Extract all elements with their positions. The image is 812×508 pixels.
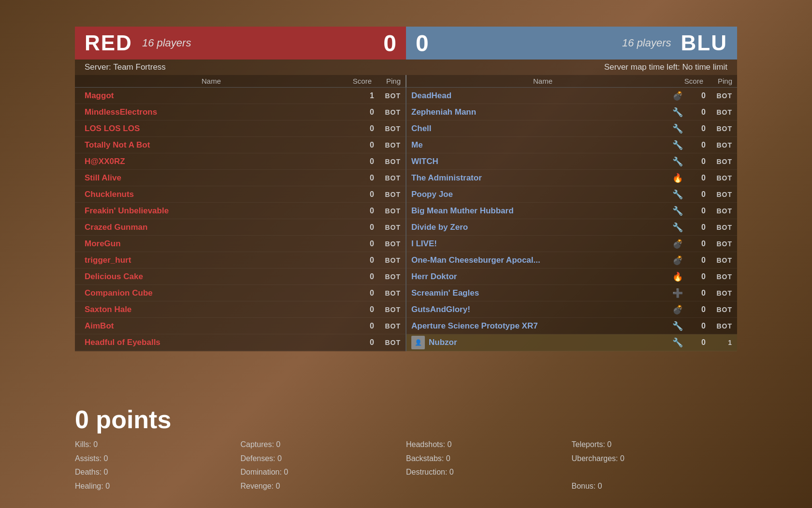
blu-player-score: 0 [686,338,706,347]
blu-player-name: Aperture Science Prototype XR7 [411,321,671,331]
red-player-score: 0 [355,141,374,149]
blu-player-score: 0 [686,124,706,133]
blu-player-ping: BOT [706,306,732,314]
red-player-ping: BOT [374,92,401,100]
red-name-header: Name [80,77,343,85]
blu-team-name: BLU [681,31,727,55]
blu-player-name: Chell [411,124,671,134]
blu-player-score: 0 [686,91,706,100]
blu-player-icon: 🔧 [671,321,684,331]
blu-player-icon: 🔧 [671,140,684,150]
red-player-score: 0 [355,157,374,166]
defenses-stat: Defenses: 0 [241,452,406,466]
red-player-name: Maggot [85,91,355,101]
blu-header: 0 16 players BLU [406,27,737,60]
red-header: RED 16 players 0 [75,27,406,60]
red-player-row: Chucklenuts 0 BOT [75,186,406,203]
red-score: 0 [383,30,396,57]
blu-player-name: Me [411,140,671,150]
red-player-name: MindlessElectrons [85,107,355,117]
red-ping-header: Ping [372,77,401,85]
blu-player-name: One-Man Cheeseburger Apocal... [411,255,671,265]
red-player-score: 0 [355,338,374,347]
red-player-score: 0 [355,239,374,248]
blu-player-score: 0 [686,256,706,265]
blu-col-header: Name Score Ping [406,75,737,88]
blu-player-row: Chell 🔧 0 BOT [406,120,737,137]
red-player-name: trigger_hurt [85,255,355,265]
blu-player-score: 0 [686,141,706,149]
red-player-row: H@XX0RZ 0 BOT [75,153,406,170]
red-col-header: Name Score Ping [75,75,406,88]
red-player-name: Still Alive [85,173,355,183]
blu-ping-header: Ping [703,77,732,85]
red-player-score: 0 [355,322,374,330]
red-player-score: 0 [355,289,374,298]
blu-player-row: Big Mean Muther Hubbard 🔧 0 BOT [406,203,737,219]
red-player-name: Headful of Eyeballs [85,338,355,347]
blu-player-score: 0 [686,174,706,182]
red-player-ping: BOT [374,289,401,297]
blu-player-ping: BOT [706,273,732,281]
stats-col-3: Headshots: 0 Backstabs: 0 Destruction: 0 [406,438,572,493]
blu-player-name: Screamin' Eagles [411,288,671,298]
blu-player-score: 0 [686,305,706,314]
red-player-name: Saxton Hale [85,305,355,314]
red-team-column: Maggot 1 BOT MindlessElectrons 0 BOT LOS… [75,88,406,351]
red-player-score: 0 [355,190,374,199]
red-player-name: Totally Not A Bot [85,140,355,150]
bonus-stat: Bonus: 0 [572,479,738,493]
blu-player-row: One-Man Cheeseburger Apocal... 💣 0 BOT [406,252,737,269]
red-player-ping: BOT [374,141,401,149]
blu-player-score: 0 [686,289,706,298]
destruction-stat: Destruction: 0 [406,465,572,479]
red-player-row: Crazed Gunman 0 BOT [75,219,406,236]
header-row: RED 16 players 0 0 16 players BLU [75,27,737,60]
red-player-score: 0 [355,174,374,182]
red-player-ping: BOT [374,339,401,346]
red-player-ping: BOT [374,240,401,248]
blu-player-score: 0 [686,239,706,248]
red-player-name: H@XX0RZ [85,157,355,166]
blu-player-row: Herr Doktor 🔥 0 BOT [406,269,737,285]
column-headers: Name Score Ping Name Score Ping [75,75,737,88]
ubercharges-stat: Ubercharges: 0 [572,452,738,466]
red-player-score: 0 [355,207,374,215]
red-player-name: Crazed Gunman [85,223,355,232]
red-player-score: 0 [355,272,374,281]
server-map: Server map time left: No time limit [406,62,727,72]
red-player-ping: BOT [374,158,401,165]
blu-player-score: 0 [686,108,706,117]
blu-player-row: Zepheniah Mann 🔧 0 BOT [406,104,737,120]
blu-player-ping: BOT [706,158,732,165]
blu-player-score: 0 [686,190,706,199]
blu-player-name: Zepheniah Mann [411,107,671,117]
blu-player-icon: ➕ [671,288,684,299]
stats-col-2: Captures: 0 Defenses: 0 Domination: 0 Re… [241,438,406,493]
blu-player-score: 0 [686,207,706,215]
stats-col-1: Kills: 0 Assists: 0 Deaths: 0 Healing: 0 [75,438,241,493]
kills-stat: Kills: 0 [75,438,241,452]
deaths-stat: Deaths: 0 [75,465,241,479]
blu-player-row: WITCH 🔧 0 BOT [406,153,737,170]
blu-player-row: 👤 Nubzor 🔧 0 1 [406,334,737,351]
blu-player-name: Divide by Zero [411,223,671,232]
blu-player-ping: BOT [706,174,732,182]
blu-player-icon: 🔧 [671,222,684,233]
blu-player-ping: BOT [706,92,732,100]
server-name: Server: Team Fortress [85,62,406,72]
stats-area: 0 points Kills: 0 Assists: 0 Deaths: 0 H… [75,405,737,493]
blu-player-score: 0 [686,322,706,330]
blu-player-name: Big Mean Muther Hubbard [411,206,671,216]
blu-player-icon: 💣 [671,304,684,315]
blu-player-ping: BOT [706,207,732,215]
red-player-row: Headful of Eyeballs 0 BOT [75,334,406,351]
red-player-row: Totally Not A Bot 0 BOT [75,137,406,153]
captures-stat: Captures: 0 [241,438,406,452]
blu-player-icon: 🔧 [671,123,684,134]
red-player-count: 16 players [142,37,191,49]
backstabs-stat: Backstabs: 0 [406,452,572,466]
blu-player-count: 16 players [622,37,671,49]
red-player-ping: BOT [374,322,401,330]
blu-player-icon: 🔧 [671,107,684,118]
